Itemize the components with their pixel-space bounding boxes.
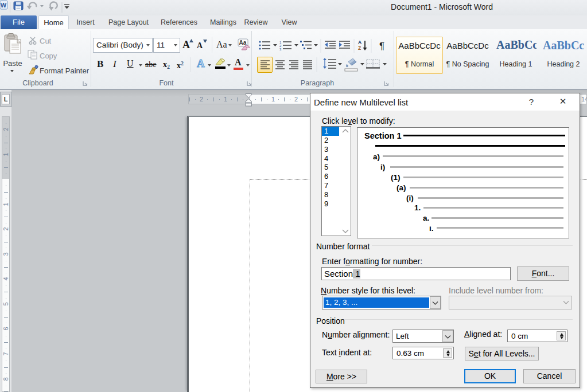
svg-text:A: A (358, 40, 361, 45)
svg-text:Z: Z (358, 45, 361, 51)
svg-text:¶: ¶ (379, 41, 384, 52)
svg-text:Aa: Aa (239, 40, 247, 46)
svg-text:W: W (1, 2, 7, 9)
svg-text:3: 3 (279, 48, 282, 51)
